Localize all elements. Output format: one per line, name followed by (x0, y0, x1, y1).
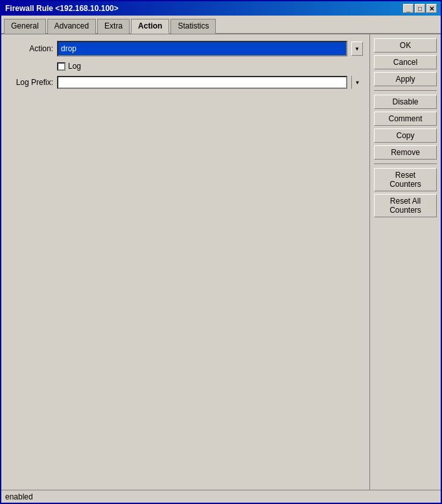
tab-extra[interactable]: Extra (97, 19, 130, 34)
apply-button[interactable]: Apply (374, 72, 437, 86)
log-prefix-dropdown-arrow[interactable]: ▼ (351, 76, 363, 89)
status-text: enabled (5, 492, 33, 501)
action-label: Action: (8, 44, 53, 53)
remove-button[interactable]: Remove (374, 145, 437, 160)
log-prefix-input-wrapper (57, 76, 347, 89)
log-label: Log (68, 62, 81, 71)
action-dropdown-arrow[interactable]: ▼ (351, 42, 363, 56)
window-title: Firewall Rule <192.168.10.100> (5, 4, 119, 13)
cancel-button[interactable]: Cancel (374, 55, 437, 69)
main-window: Firewall Rule <192.168.10.100> _ □ ✕ Gen… (0, 0, 442, 504)
tab-action[interactable]: Action (131, 19, 169, 34)
main-area: Action: drop ▼ Log Log Prefix: (1, 34, 441, 490)
log-checkbox[interactable] (57, 62, 65, 71)
reset-all-counters-button[interactable]: Reset All Counters (374, 194, 437, 217)
action-select-wrapper: drop (57, 41, 347, 56)
action-row: Action: drop ▼ (8, 41, 363, 56)
log-prefix-label: Log Prefix: (8, 78, 53, 87)
minimize-button[interactable]: _ (403, 4, 413, 13)
tab-general[interactable]: General (4, 19, 46, 34)
tab-bar: General Advanced Extra Action Statistics (1, 16, 441, 34)
divider-1 (374, 90, 437, 91)
ok-button[interactable]: OK (374, 38, 437, 53)
status-bar: enabled (1, 490, 441, 503)
window-content: General Advanced Extra Action Statistics… (1, 16, 441, 490)
disable-button[interactable]: Disable (374, 95, 437, 109)
tab-advanced[interactable]: Advanced (47, 19, 96, 34)
reset-counters-button[interactable]: Reset Counters (374, 168, 437, 191)
log-prefix-input[interactable] (58, 77, 346, 88)
divider-2 (374, 163, 437, 164)
log-prefix-row: Log Prefix: ▼ (8, 76, 363, 89)
tab-statistics[interactable]: Statistics (170, 19, 216, 34)
form-panel: Action: drop ▼ Log Log Prefix: (1, 34, 369, 490)
log-row: Log (8, 62, 363, 71)
comment-button[interactable]: Comment (374, 112, 437, 126)
copy-button[interactable]: Copy (374, 128, 437, 143)
title-bar: Firewall Rule <192.168.10.100> _ □ ✕ (1, 1, 441, 16)
action-value-display: drop (58, 42, 346, 55)
maximize-button[interactable]: □ (415, 4, 425, 13)
sidebar-buttons: OK Cancel Apply Disable Comment Copy Rem… (369, 34, 441, 490)
title-bar-buttons: _ □ ✕ (403, 4, 437, 13)
close-button[interactable]: ✕ (426, 4, 437, 13)
